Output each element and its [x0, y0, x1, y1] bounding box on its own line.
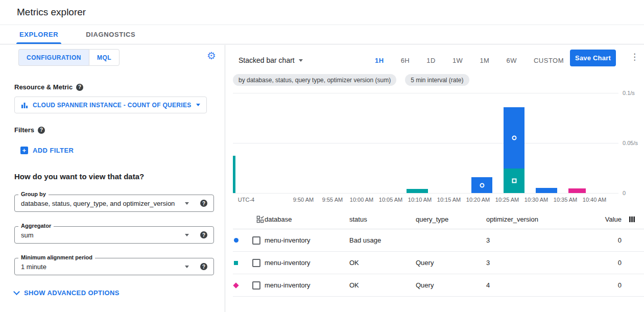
table-row: menu-inventory Bad usage 3 0 — [233, 229, 644, 252]
header-database[interactable]: database — [265, 215, 349, 223]
time-range-1h[interactable]: 1H — [375, 57, 384, 64]
chart-type-dropdown[interactable]: Stacked bar chart — [238, 53, 303, 68]
chart-bar[interactable] — [471, 177, 492, 193]
help-icon[interactable]: ? — [200, 263, 207, 270]
time-range-1m[interactable]: 1M — [480, 57, 489, 64]
cell-optimizer-version: 3 — [486, 259, 578, 267]
aggregator-label: Aggregator — [18, 223, 54, 229]
view-data-question: How do you want to view that data? — [14, 172, 144, 181]
more-options-icon[interactable]: ⋮ — [628, 52, 641, 62]
chart-type-label: Stacked bar chart — [238, 56, 295, 64]
gear-icon[interactable]: ⚙ — [207, 50, 216, 61]
header-query-type[interactable]: query_type — [416, 215, 486, 223]
x-axis-tick-label: 10:40 AM — [583, 197, 606, 203]
interval-chip[interactable]: 5 min interval (rate) — [405, 74, 469, 86]
cell-status: Bad usage — [349, 236, 416, 244]
chart-bar[interactable] — [536, 188, 557, 193]
chevron-down-icon — [185, 266, 189, 268]
alignment-period-value: 1 minute — [21, 263, 185, 271]
alignment-period-select[interactable]: Minimum alignment period 1 minute ? — [14, 258, 214, 275]
tab-explorer[interactable]: EXPLORER — [16, 25, 61, 44]
chart-bar[interactable] — [233, 156, 235, 193]
metrics-explorer-screen: Metrics explorer EXPLORER DIAGNOSTICS CO… — [0, 0, 644, 312]
cell-optimizer-version: 3 — [486, 236, 578, 244]
chart-bar[interactable] — [407, 189, 428, 193]
x-axis-tick-label: 10:35 AM — [554, 197, 577, 203]
page-title: Metrics explorer — [17, 7, 86, 18]
x-axis-tick-label: 10:00 AM — [350, 197, 373, 203]
mql-tab-button[interactable]: MQL — [89, 49, 120, 66]
gridline — [233, 193, 618, 194]
cell-database: menu-inventory — [265, 281, 349, 289]
column-settings-icon[interactable] — [622, 216, 644, 223]
chevron-down-icon — [299, 59, 303, 62]
select-series-icon[interactable] — [246, 215, 265, 223]
chart-bar-segment — [536, 188, 557, 193]
add-filter-label: ADD FILTER — [33, 147, 74, 154]
alignment-period-label: Minimum alignment period — [18, 254, 95, 260]
time-range-custom[interactable]: CUSTOM — [534, 57, 564, 64]
time-range-1w[interactable]: 1W — [452, 57, 463, 64]
cell-value: 0 — [578, 236, 622, 244]
editor-mode-toggle: CONFIGURATION MQL — [18, 49, 120, 66]
time-range-6w[interactable]: 6W — [506, 57, 517, 64]
help-icon[interactable]: ? — [76, 84, 83, 91]
tab-bar: EXPLORER DIAGNOSTICS — [0, 25, 644, 44]
metric-selector-dropdown[interactable]: CLOUD SPANNER INSTANCE - COUNT OF QUERIE… — [14, 97, 207, 113]
tab-explorer-label: EXPLORER — [19, 31, 58, 38]
x-axis-tick-label: 10:05 AM — [379, 197, 402, 203]
chevron-down-icon — [185, 202, 189, 205]
row-checkbox[interactable] — [252, 236, 260, 245]
x-axis-tick-label: 10:20 AM — [466, 197, 490, 203]
time-range-6h[interactable]: 6H — [401, 57, 410, 64]
filters-label: Filters ? — [14, 126, 45, 134]
table-header-row: database status query_type optimizer_ver… — [233, 209, 644, 229]
x-axis-tick-label: 9:55 AM — [322, 197, 343, 203]
chart-bar-segment — [233, 156, 235, 193]
series-marker-icon — [234, 238, 238, 243]
grouping-chip[interactable]: by database, status, query type, optimiz… — [233, 74, 396, 86]
cell-status: OK — [349, 281, 416, 289]
circle-marker-icon — [512, 136, 516, 140]
chart-bar[interactable] — [568, 188, 586, 193]
chart-y-axis: 0.1/s0.05/s0 — [623, 92, 644, 193]
save-chart-button[interactable]: Save Chart — [570, 50, 616, 66]
chart-x-axis: UTC-49:50 AM9:55 AM10:00 AM10:05 AM10:10… — [233, 197, 618, 204]
help-icon[interactable]: ? — [200, 231, 207, 238]
square-marker-icon — [512, 179, 516, 183]
gridline — [233, 93, 618, 93]
tab-diagnostics[interactable]: DIAGNOSTICS — [83, 25, 138, 44]
header-value[interactable]: Value — [578, 215, 622, 223]
row-checkbox[interactable] — [252, 281, 260, 290]
x-axis-tick-label: 10:10 AM — [408, 197, 432, 203]
bar-chart-icon — [21, 102, 28, 109]
table-row: menu-inventory OK Query 3 0 — [233, 252, 644, 274]
series-marker-icon — [233, 282, 238, 288]
resource-metric-label-text: Resource & Metric — [14, 83, 73, 91]
row-checkbox[interactable] — [252, 259, 260, 267]
cell-query-type: Query — [416, 259, 486, 267]
cell-database: menu-inventory — [265, 236, 349, 244]
configuration-tab-button[interactable]: CONFIGURATION — [18, 49, 89, 66]
y-axis-tick-label: 0.1/s — [623, 90, 635, 96]
group-by-select[interactable]: Group by database, status, query_type, a… — [14, 195, 214, 212]
show-advanced-options-link[interactable]: SHOW ADVANCED OPTIONS — [14, 289, 120, 297]
filters-label-text: Filters — [14, 126, 34, 134]
chart-bar[interactable] — [504, 107, 524, 193]
show-advanced-options-label: SHOW ADVANCED OPTIONS — [24, 289, 120, 297]
add-filter-button[interactable]: + ADD FILTER — [20, 147, 74, 154]
aggregator-select[interactable]: Aggregator sum ? — [14, 226, 214, 244]
cell-value: 0 — [578, 281, 622, 289]
help-icon[interactable]: ? — [38, 127, 45, 134]
chart-bar-segment — [407, 189, 428, 193]
time-range-1d[interactable]: 1D — [426, 57, 436, 64]
cell-query-type: Query — [416, 281, 486, 289]
resource-metric-label: Resource & Metric ? — [14, 83, 83, 91]
cell-value: 0 — [578, 259, 622, 267]
app-header: Metrics explorer — [0, 0, 644, 25]
header-optimizer-version[interactable]: optimizer_version — [486, 215, 578, 223]
chevron-down-icon — [196, 104, 200, 106]
header-status[interactable]: status — [349, 215, 416, 223]
configuration-panel: CONFIGURATION MQL ⚙ Resource & Metric ? … — [0, 45, 225, 312]
help-icon[interactable]: ? — [200, 200, 207, 207]
